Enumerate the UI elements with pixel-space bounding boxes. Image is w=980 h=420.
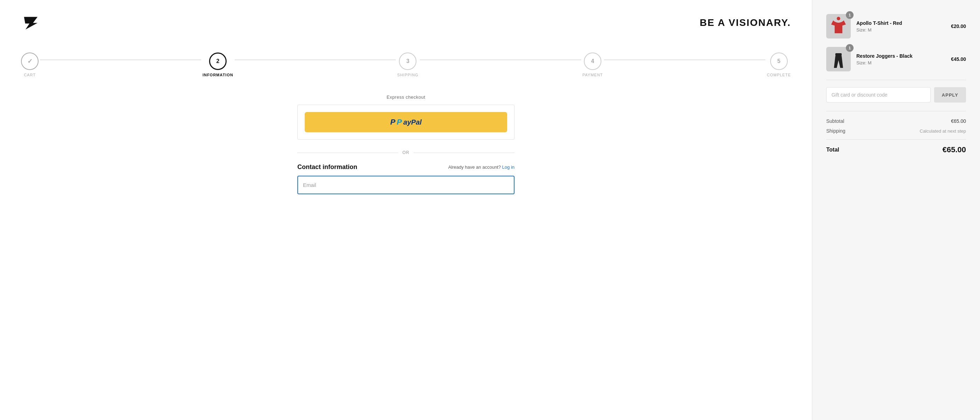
step-connector-1-2 — [40, 60, 201, 60]
paypal-p-icon: P — [390, 117, 395, 127]
item-price-2: €45.00 — [951, 56, 966, 62]
item-variant-2: Size: M — [856, 60, 945, 65]
apply-button[interactable]: APPLY — [934, 87, 966, 103]
step-payment: 4 PAYMENT — [582, 52, 603, 77]
left-panel: BE A VISIONARY. ✓ CART 2 INFORMATION — [0, 0, 812, 420]
step-label-5: COMPLETE — [767, 73, 791, 77]
item-name-2: Restore Joggers - Black — [856, 53, 945, 59]
step-number-3: 3 — [406, 58, 409, 64]
item-badge-1: 1 — [846, 11, 854, 19]
shipping-label: Shipping — [826, 128, 845, 134]
paypal-logo: P P ayPal — [390, 117, 422, 127]
step-connector-3-4 — [420, 60, 581, 60]
item-details-2: Restore Joggers - Black Size: M — [856, 53, 945, 65]
item-price-1: €20.00 — [951, 24, 966, 29]
shipping-row: Shipping Calculated at next step — [826, 128, 966, 134]
subtotal-row: Subtotal €65.00 — [826, 118, 966, 124]
step-complete: 5 COMPLETE — [767, 52, 791, 77]
step-information: 2 INFORMATION — [202, 52, 233, 77]
or-divider: OR — [298, 150, 514, 155]
step-shipping: 3 SHIPPING — [397, 52, 418, 77]
stepper: ✓ CART 2 INFORMATION 3 SHIPPING — [21, 52, 791, 77]
tagline: BE A VISIONARY. — [700, 17, 791, 29]
step-cart: ✓ CART — [21, 52, 38, 77]
item-image-wrapper-1: 1 — [826, 14, 851, 38]
paypal-text: ayPal — [404, 118, 422, 126]
total-label: Total — [826, 147, 839, 153]
express-checkout-label: Express checkout — [298, 95, 514, 100]
step-circle-1: ✓ — [21, 52, 38, 70]
logo — [21, 14, 42, 32]
step-label-1: CART — [24, 73, 36, 77]
header: BE A VISIONARY. — [21, 14, 791, 32]
or-line-right — [414, 152, 514, 153]
login-link[interactable]: Log in — [502, 165, 514, 170]
contact-title: Contact information — [298, 163, 357, 171]
step-connector-2-3 — [235, 60, 396, 60]
divider-2 — [826, 111, 966, 111]
express-checkout-box: P P ayPal — [298, 105, 514, 139]
order-item-2: 1 Restore Joggers - Black Size: M €45.00 — [826, 47, 966, 71]
total-value: €65.00 — [942, 145, 966, 154]
login-prompt: Already have an account? Log in — [448, 165, 514, 170]
paypal-button[interactable]: P P ayPal — [305, 112, 507, 132]
step-circle-4: 4 — [584, 52, 601, 70]
svg-rect-3 — [835, 53, 842, 56]
step-label-3: SHIPPING — [397, 73, 418, 77]
login-prompt-text: Already have an account? — [448, 165, 501, 170]
discount-input[interactable] — [826, 87, 931, 103]
logo-icon — [21, 14, 42, 32]
item-details-1: Apollo T-Shirt - Red Size: M — [856, 20, 945, 33]
or-line-left — [298, 152, 398, 153]
contact-header: Contact information Already have an acco… — [298, 163, 514, 171]
step-number-2: 2 — [216, 58, 220, 64]
email-input[interactable] — [298, 176, 514, 194]
step-label-2: INFORMATION — [202, 73, 233, 77]
discount-row: APPLY — [826, 87, 966, 103]
step-circle-2: 2 — [209, 52, 227, 70]
item-variant-1: Size: M — [856, 27, 945, 33]
step-connector-4-5 — [604, 60, 765, 60]
step-number-4: 4 — [591, 58, 594, 64]
divider-1 — [826, 80, 966, 80]
shipping-value: Calculated at next step — [920, 128, 966, 134]
order-item-1: 1 Apollo T-Shirt - Red Size: M €20.00 — [826, 14, 966, 38]
step-number-5: 5 — [777, 58, 780, 64]
step-circle-3: 3 — [399, 52, 417, 70]
express-checkout-section: Express checkout P P ayPal — [298, 95, 514, 139]
right-panel: 1 Apollo T-Shirt - Red Size: M €20.00 — [812, 0, 980, 420]
checkmark-icon: ✓ — [27, 57, 33, 65]
step-label-4: PAYMENT — [582, 73, 603, 77]
or-text: OR — [402, 150, 409, 155]
item-image-wrapper-2: 1 — [826, 47, 851, 71]
step-circle-5: 5 — [770, 52, 788, 70]
svg-point-1 — [837, 17, 840, 20]
paypal-p2-icon: P — [397, 117, 402, 127]
contact-section: Contact information Already have an acco… — [298, 163, 514, 194]
item-badge-2: 1 — [846, 44, 854, 52]
total-row: Total €65.00 — [826, 139, 966, 154]
subtotal-value: €65.00 — [951, 118, 966, 124]
subtotal-label: Subtotal — [826, 118, 844, 124]
item-name-1: Apollo T-Shirt - Red — [856, 20, 945, 26]
